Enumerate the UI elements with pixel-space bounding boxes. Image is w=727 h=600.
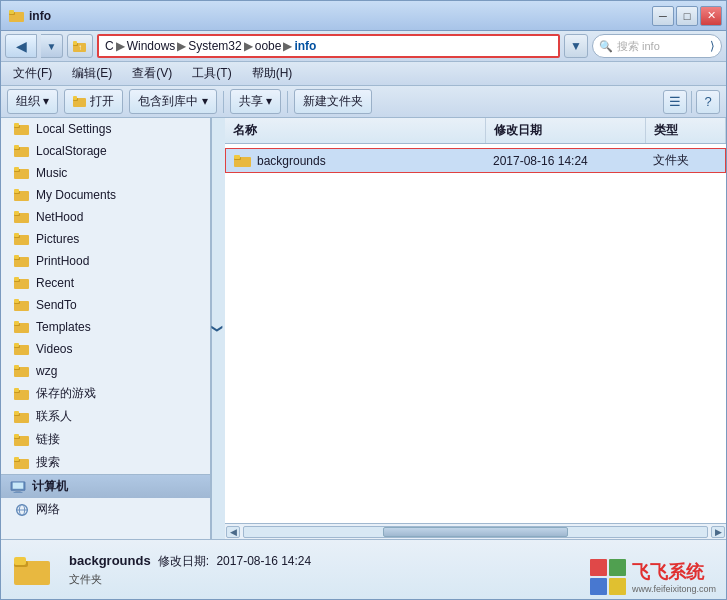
menu-view[interactable]: 查看(V) xyxy=(128,64,176,83)
svg-rect-39 xyxy=(14,321,19,325)
titlebar-icon xyxy=(9,9,25,23)
menu-edit[interactable]: 编辑(E) xyxy=(68,64,116,83)
computer-icon xyxy=(9,479,27,495)
horizontal-scrollbar[interactable]: ◀ ▶ xyxy=(225,523,726,539)
share-button[interactable]: 共享 ▾ xyxy=(230,89,281,114)
menubar: 文件(F) 编辑(E) 查看(V) 工具(T) 帮助(H) xyxy=(1,62,726,86)
sidebar-item-saved-games[interactable]: 保存的游戏 xyxy=(1,382,210,405)
sidebar-item-printhood[interactable]: PrintHood xyxy=(1,250,210,272)
up-button[interactable]: ↑ xyxy=(67,34,93,58)
file-type-cell: 文件夹 xyxy=(645,150,725,171)
open-icon xyxy=(73,95,87,109)
address-box[interactable]: C ▶ Windows ▶ System32 ▶ oobe ▶ info xyxy=(97,34,560,58)
svg-rect-70 xyxy=(14,557,26,565)
folder-icon xyxy=(13,363,31,379)
sidebar-item-videos[interactable]: Videos xyxy=(1,338,210,360)
file-list: 名称 修改日期 类型 backgrounds 2017-08-16 14:2 xyxy=(225,118,726,539)
search-box[interactable]: 🔍 搜索 info ⟩ xyxy=(592,34,722,58)
new-folder-button[interactable]: 新建文件夹 xyxy=(294,89,372,114)
svg-rect-30 xyxy=(14,255,19,259)
path-system32: System32 xyxy=(188,39,241,53)
addressbar: ◀ ▼ ↑ C ▶ Windows ▶ System32 ▶ oobe ▶ in… xyxy=(1,31,726,62)
win-tile-green xyxy=(609,559,626,576)
sidebar-item-wzg[interactable]: wzg xyxy=(1,360,210,382)
sidebar-item-search[interactable]: 搜索 xyxy=(1,451,210,474)
sidebar-item-nethood[interactable]: NetHood xyxy=(1,206,210,228)
win-tile-blue xyxy=(590,578,607,595)
svg-rect-42 xyxy=(14,343,19,347)
sidebar: Local Settings LocalStorage Music My Doc… xyxy=(1,118,211,539)
search-button[interactable]: ⟩ xyxy=(710,39,715,53)
status-type: 文件夹 xyxy=(69,572,311,587)
sidebar-item-links[interactable]: 链接 xyxy=(1,428,210,451)
menu-tools[interactable]: 工具(T) xyxy=(188,64,235,83)
svg-rect-57 xyxy=(14,457,19,461)
path-oobe: oobe xyxy=(255,39,282,53)
sidebar-label: Recent xyxy=(36,276,74,290)
col-date[interactable]: 修改日期 xyxy=(486,118,646,143)
menu-file[interactable]: 文件(F) xyxy=(9,64,56,83)
folder-icon xyxy=(234,154,252,168)
sidebar-item-network[interactable]: 网络 xyxy=(1,498,210,521)
window: info ─ □ ✕ ◀ ▼ ↑ C ▶ Windows ▶ System32 … xyxy=(0,0,727,600)
sidebar-item-music[interactable]: Music xyxy=(1,162,210,184)
folder-icon xyxy=(13,455,31,471)
folder-icon xyxy=(13,121,31,137)
sidebar-label: 搜索 xyxy=(36,454,60,471)
menu-help[interactable]: 帮助(H) xyxy=(248,64,297,83)
svg-rect-60 xyxy=(15,490,20,491)
sidebar-item-local-settings[interactable]: Local Settings xyxy=(1,118,210,140)
sidebar-item-contacts[interactable]: 联系人 xyxy=(1,405,210,428)
svg-rect-67 xyxy=(234,155,240,159)
sidebar-expand-button[interactable]: ❯ xyxy=(211,118,225,539)
status-info: backgrounds 修改日期: 2017-08-16 14:24 文件夹 xyxy=(69,553,311,587)
sidebar-label: 计算机 xyxy=(32,478,68,495)
scroll-right-button[interactable]: ▶ xyxy=(711,526,725,538)
folder-icon xyxy=(13,143,31,159)
help-button[interactable]: ? xyxy=(696,90,720,114)
svg-rect-48 xyxy=(14,388,19,392)
brand-text-area: 飞飞系统 www.feifeixitong.com xyxy=(632,560,716,594)
sidebar-item-sendto[interactable]: SendTo xyxy=(1,294,210,316)
sidebar-item-my-documents[interactable]: My Documents xyxy=(1,184,210,206)
folder-icon xyxy=(13,297,31,313)
close-button[interactable]: ✕ xyxy=(700,6,722,26)
sidebar-item-localstorage[interactable]: LocalStorage xyxy=(1,140,210,162)
maximize-button[interactable]: □ xyxy=(676,6,698,26)
sidebar-item-computer[interactable]: 计算机 xyxy=(1,474,210,498)
scroll-thumb[interactable] xyxy=(383,527,568,537)
sidebar-item-templates[interactable]: Templates xyxy=(1,316,210,338)
folder-icon xyxy=(13,231,31,247)
folder-icon xyxy=(13,409,31,425)
svg-rect-21 xyxy=(14,189,19,193)
sidebar-item-recent[interactable]: Recent xyxy=(1,272,210,294)
win-tile-red xyxy=(590,559,607,576)
view-toggle-button[interactable]: ☰ xyxy=(663,90,687,114)
toolbar-separator xyxy=(223,91,224,113)
address-dropdown-button[interactable]: ▼ xyxy=(564,34,588,58)
organize-button[interactable]: 组织 ▾ xyxy=(7,89,58,114)
back-button[interactable]: ◀ xyxy=(5,34,37,58)
svg-rect-18 xyxy=(14,167,19,171)
toolbar-separator-3 xyxy=(691,91,692,113)
windows-logo xyxy=(590,559,626,595)
open-button[interactable]: 打开 xyxy=(64,89,123,114)
sidebar-label: Pictures xyxy=(36,232,79,246)
folder-icon xyxy=(13,209,31,225)
statusbar: backgrounds 修改日期: 2017-08-16 14:24 文件夹 飞… xyxy=(1,539,726,599)
sidebar-label: LocalStorage xyxy=(36,144,107,158)
col-type[interactable]: 类型 xyxy=(646,118,726,143)
col-name[interactable]: 名称 xyxy=(225,118,486,143)
svg-text:↑: ↑ xyxy=(78,43,82,52)
folder-icon xyxy=(13,319,31,335)
toolbar: 组织 ▾ 打开 包含到库中 ▾ 共享 ▾ 新建文件夹 ☰ ? xyxy=(1,86,726,118)
sidebar-label: wzg xyxy=(36,364,57,378)
include-button[interactable]: 包含到库中 ▾ xyxy=(129,89,216,114)
table-row[interactable]: backgrounds 2017-08-16 14:24 文件夹 xyxy=(225,148,726,173)
scroll-left-button[interactable]: ◀ xyxy=(226,526,240,538)
sidebar-item-pictures[interactable]: Pictures xyxy=(1,228,210,250)
folder-icon xyxy=(13,275,31,291)
svg-rect-36 xyxy=(14,299,19,303)
minimize-button[interactable]: ─ xyxy=(652,6,674,26)
forward-button[interactable]: ▼ xyxy=(41,34,63,58)
